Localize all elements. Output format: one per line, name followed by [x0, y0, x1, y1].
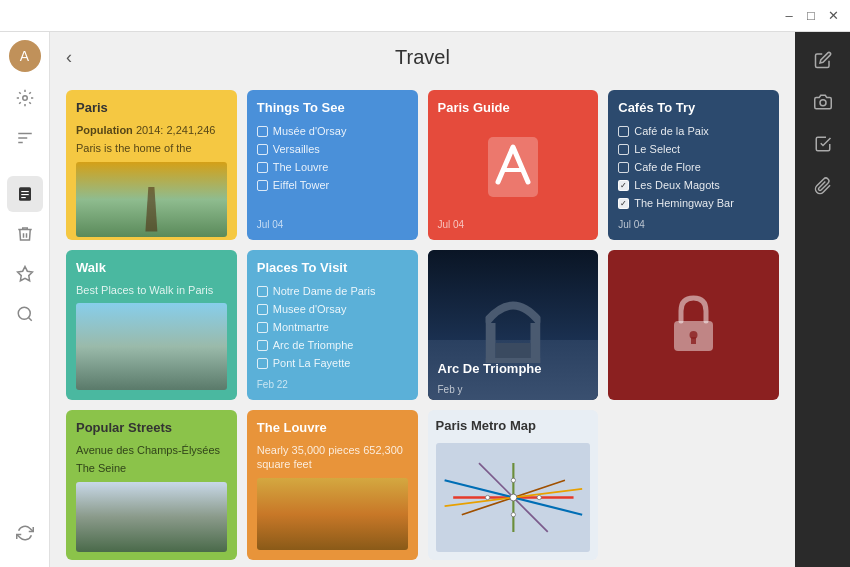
note-popular-streets[interactable]: Popular Streets Avenue des Champs-Élysée… — [66, 410, 237, 560]
lock-area — [618, 260, 769, 390]
note-arc[interactable]: Arc De Triomphe Feb y — [428, 250, 599, 400]
sidebar: A — [0, 32, 50, 567]
checkbox — [618, 144, 629, 155]
metro-image — [436, 443, 591, 552]
svg-point-29 — [511, 513, 515, 517]
checkbox — [257, 144, 268, 155]
search-icon — [16, 305, 34, 323]
close-button[interactable]: ✕ — [826, 9, 840, 23]
checklist-icon — [814, 135, 832, 153]
note-title: Arc De Triomphe — [438, 361, 589, 376]
checkbox — [618, 126, 629, 137]
note-title: Paris Guide — [438, 100, 589, 115]
list-item: Notre Dame de Paris — [257, 285, 408, 297]
avatar[interactable]: A — [9, 40, 41, 72]
right-toolbar — [795, 32, 850, 567]
svg-rect-7 — [21, 197, 26, 198]
search-button[interactable] — [7, 296, 43, 332]
note-title: The Louvre — [257, 420, 408, 435]
list-item: Le Select — [618, 143, 769, 155]
window-controls: – □ ✕ — [782, 9, 840, 23]
note-date: Jul 04 — [257, 215, 408, 230]
svg-point-30 — [820, 100, 826, 106]
checkbox-checked: ✓ — [618, 198, 629, 209]
trash-button[interactable] — [7, 216, 43, 252]
svg-point-26 — [485, 495, 489, 499]
note-title: Places To Visit — [257, 260, 408, 275]
checklist: Notre Dame de Paris Musee d'Orsay Montma… — [257, 283, 408, 375]
checkbox-checked: ✓ — [618, 180, 629, 191]
app-layout: A — [0, 32, 850, 567]
note-date: Feb 22 — [257, 375, 408, 390]
checkbox — [257, 358, 268, 369]
notes-button[interactable] — [7, 176, 43, 212]
maximize-button[interactable]: □ — [804, 9, 818, 23]
note-title: Things To See — [257, 100, 408, 115]
eiffel-tower-shape — [141, 187, 161, 232]
note-things-to-see[interactable]: Things To See Musée d'Orsay Versailles T… — [247, 90, 418, 240]
louvre-image — [257, 478, 408, 550]
note-cafes[interactable]: Cafés To Try Café de la Paix Le Select C… — [608, 90, 779, 240]
minimize-button[interactable]: – — [782, 9, 796, 23]
paris-image — [76, 162, 227, 237]
check-toolbar-button[interactable] — [802, 124, 844, 164]
main-content: ‹ Travel Paris Population 2014: 2,241,24… — [50, 32, 795, 567]
sync-button[interactable] — [7, 515, 43, 551]
page-header: ‹ Travel — [50, 32, 795, 82]
edit-toolbar-button[interactable] — [802, 40, 844, 80]
camera-toolbar-button[interactable] — [802, 82, 844, 122]
page-title: Travel — [395, 46, 450, 69]
trash-icon — [16, 225, 34, 243]
note-the-louvre[interactable]: The Louvre Nearly 35,000 pieces 652,300 … — [247, 410, 418, 560]
list-item: Montmartre — [257, 321, 408, 333]
settings-button[interactable] — [7, 80, 43, 116]
attach-toolbar-button[interactable] — [802, 166, 844, 206]
note-places-to-visit[interactable]: Places To Visit Notre Dame de Paris Muse… — [247, 250, 418, 400]
arc-shape — [485, 293, 540, 363]
back-button[interactable]: ‹ — [66, 47, 72, 68]
edit-icon — [814, 51, 832, 69]
lock-icon — [666, 293, 721, 358]
list-item: Arc de Triomphe — [257, 339, 408, 351]
note-title: Paris Metro Map — [436, 418, 591, 433]
note-body: Population 2014: 2,241,246 — [76, 123, 227, 137]
list-item: Musée d'Orsay — [257, 125, 408, 137]
svg-point-25 — [509, 494, 516, 501]
list-item: Pont La Fayette — [257, 357, 408, 369]
sort-button[interactable] — [7, 120, 43, 156]
sync-icon — [16, 524, 34, 542]
note-paris-guide[interactable]: Paris Guide Jul 04 — [428, 90, 599, 240]
pdf-icon — [483, 132, 543, 202]
note-title: Walk — [76, 260, 227, 275]
note-title: Cafés To Try — [618, 100, 769, 115]
svg-rect-13 — [530, 323, 540, 363]
checkbox — [618, 162, 629, 173]
checkbox — [257, 286, 268, 297]
checkbox — [257, 162, 268, 173]
pdf-icon-area — [438, 119, 589, 215]
svg-point-0 — [22, 96, 27, 101]
note-body: Best Places to Walk in Paris — [76, 283, 227, 297]
note-body: Avenue des Champs-Élysées — [76, 443, 227, 457]
svg-point-28 — [511, 478, 515, 482]
note-locked[interactable] — [608, 250, 779, 400]
favorites-button[interactable] — [7, 256, 43, 292]
svg-rect-12 — [485, 323, 495, 363]
sidebar-bottom — [7, 515, 43, 559]
checkbox — [257, 180, 268, 191]
notes-grid: Paris Population 2014: 2,241,246 Paris i… — [50, 82, 795, 567]
list-item: Café de la Paix — [618, 125, 769, 137]
camera-icon — [814, 93, 832, 111]
note-metro-map[interactable]: Paris Metro Map — [428, 410, 599, 560]
arc-title-area: Arc De Triomphe Feb y — [438, 361, 589, 395]
title-bar: – □ ✕ — [0, 0, 850, 32]
list-item: ✓ Les Deux Magots — [618, 179, 769, 191]
svg-rect-18 — [691, 337, 696, 344]
note-paris[interactable]: Paris Population 2014: 2,241,246 Paris i… — [66, 90, 237, 240]
star-icon — [16, 265, 34, 283]
list-item: Cafe de Flore — [618, 161, 769, 173]
note-walk[interactable]: Walk Best Places to Walk in Paris — [66, 250, 237, 400]
list-item: ✓ The Hemingway Bar — [618, 197, 769, 209]
sort-icon — [16, 129, 34, 147]
walk-image — [76, 303, 227, 390]
